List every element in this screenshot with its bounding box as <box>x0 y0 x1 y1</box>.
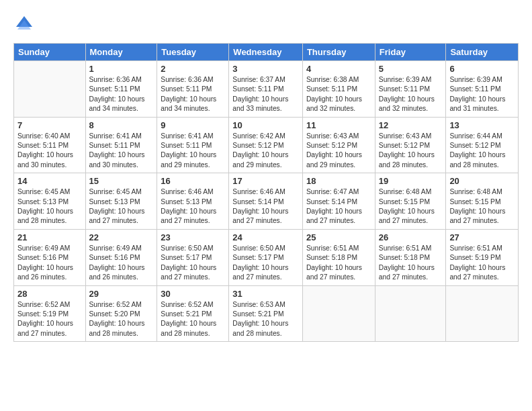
day-number: 19 <box>379 176 443 186</box>
calendar-cell: 26Sunrise: 6:51 AM Sunset: 5:18 PM Dayli… <box>375 229 446 285</box>
day-number: 21 <box>17 232 82 242</box>
calendar-day-header: Tuesday <box>157 44 229 61</box>
calendar-cell: 31Sunrise: 6:53 AM Sunset: 5:21 PM Dayli… <box>229 285 303 342</box>
calendar-week-row: 28Sunrise: 6:52 AM Sunset: 5:19 PM Dayli… <box>14 285 519 342</box>
calendar-cell: 24Sunrise: 6:50 AM Sunset: 5:17 PM Dayli… <box>229 229 303 285</box>
day-number: 12 <box>379 120 443 130</box>
day-number: 20 <box>449 176 515 186</box>
calendar-week-row: 21Sunrise: 6:49 AM Sunset: 5:16 PM Dayli… <box>14 229 519 285</box>
day-number: 30 <box>161 289 225 299</box>
calendar-cell: 22Sunrise: 6:49 AM Sunset: 5:16 PM Dayli… <box>85 229 157 285</box>
day-number: 31 <box>232 289 299 299</box>
page-container: SundayMondayTuesdayWednesdayThursdayFrid… <box>0 0 532 349</box>
day-info: Sunrise: 6:50 AM Sunset: 5:17 PM Dayligh… <box>161 244 225 283</box>
calendar-day-header: Friday <box>375 44 446 61</box>
calendar-cell: 30Sunrise: 6:52 AM Sunset: 5:21 PM Dayli… <box>157 285 229 342</box>
calendar-cell: 20Sunrise: 6:48 AM Sunset: 5:15 PM Dayli… <box>446 173 519 230</box>
calendar-cell: 10Sunrise: 6:42 AM Sunset: 5:12 PM Dayli… <box>229 117 303 173</box>
calendar-cell <box>375 285 446 342</box>
calendar-day-header: Thursday <box>302 44 375 61</box>
calendar-cell: 2Sunrise: 6:36 AM Sunset: 5:11 PM Daylig… <box>157 61 229 118</box>
day-number: 2 <box>161 64 225 74</box>
day-info: Sunrise: 6:51 AM Sunset: 5:18 PM Dayligh… <box>306 244 371 283</box>
calendar-cell: 8Sunrise: 6:41 AM Sunset: 5:11 PM Daylig… <box>85 117 157 173</box>
day-info: Sunrise: 6:53 AM Sunset: 5:21 PM Dayligh… <box>232 300 299 339</box>
day-number: 6 <box>449 64 515 74</box>
calendar-cell: 15Sunrise: 6:45 AM Sunset: 5:13 PM Dayli… <box>85 173 157 230</box>
day-info: Sunrise: 6:52 AM Sunset: 5:20 PM Dayligh… <box>89 300 154 339</box>
calendar-cell: 25Sunrise: 6:51 AM Sunset: 5:18 PM Dayli… <box>302 229 375 285</box>
calendar-day-header: Saturday <box>446 44 519 61</box>
day-info: Sunrise: 6:51 AM Sunset: 5:19 PM Dayligh… <box>449 244 515 283</box>
calendar-cell: 29Sunrise: 6:52 AM Sunset: 5:20 PM Dayli… <box>85 285 157 342</box>
day-info: Sunrise: 6:43 AM Sunset: 5:12 PM Dayligh… <box>306 132 371 171</box>
day-info: Sunrise: 6:42 AM Sunset: 5:12 PM Dayligh… <box>232 132 299 171</box>
day-number: 9 <box>161 120 225 130</box>
calendar-cell: 18Sunrise: 6:47 AM Sunset: 5:14 PM Dayli… <box>302 173 375 230</box>
calendar-cell: 21Sunrise: 6:49 AM Sunset: 5:16 PM Dayli… <box>14 229 86 285</box>
calendar-cell: 23Sunrise: 6:50 AM Sunset: 5:17 PM Dayli… <box>157 229 229 285</box>
day-number: 13 <box>449 120 515 130</box>
calendar-cell: 16Sunrise: 6:46 AM Sunset: 5:13 PM Dayli… <box>157 173 229 230</box>
day-info: Sunrise: 6:39 AM Sunset: 5:11 PM Dayligh… <box>449 75 515 114</box>
calendar-cell <box>302 285 375 342</box>
day-info: Sunrise: 6:48 AM Sunset: 5:15 PM Dayligh… <box>449 187 515 226</box>
day-number: 14 <box>17 176 82 186</box>
calendar-table: SundayMondayTuesdayWednesdayThursdayFrid… <box>13 43 519 342</box>
calendar-cell <box>14 61 86 118</box>
day-number: 10 <box>232 120 299 130</box>
day-number: 11 <box>306 120 371 130</box>
day-number: 25 <box>306 232 371 242</box>
calendar-cell <box>446 285 519 342</box>
calendar-cell: 12Sunrise: 6:43 AM Sunset: 5:12 PM Dayli… <box>375 117 446 173</box>
day-info: Sunrise: 6:37 AM Sunset: 5:11 PM Dayligh… <box>232 75 299 114</box>
logo <box>13 13 38 38</box>
calendar-cell: 13Sunrise: 6:44 AM Sunset: 5:12 PM Dayli… <box>446 117 519 173</box>
day-number: 3 <box>232 64 299 74</box>
calendar-cell: 3Sunrise: 6:37 AM Sunset: 5:11 PM Daylig… <box>229 61 303 118</box>
day-info: Sunrise: 6:48 AM Sunset: 5:15 PM Dayligh… <box>379 187 443 226</box>
day-number: 22 <box>89 232 154 242</box>
day-number: 8 <box>89 120 154 130</box>
calendar-cell: 9Sunrise: 6:41 AM Sunset: 5:11 PM Daylig… <box>157 117 229 173</box>
day-info: Sunrise: 6:46 AM Sunset: 5:14 PM Dayligh… <box>232 187 299 226</box>
day-info: Sunrise: 6:47 AM Sunset: 5:14 PM Dayligh… <box>306 187 371 226</box>
calendar-cell: 11Sunrise: 6:43 AM Sunset: 5:12 PM Dayli… <box>302 117 375 173</box>
day-number: 17 <box>232 176 299 186</box>
day-info: Sunrise: 6:39 AM Sunset: 5:11 PM Dayligh… <box>379 75 443 114</box>
day-info: Sunrise: 6:49 AM Sunset: 5:16 PM Dayligh… <box>89 244 154 283</box>
calendar-cell: 6Sunrise: 6:39 AM Sunset: 5:11 PM Daylig… <box>446 61 519 118</box>
day-info: Sunrise: 6:45 AM Sunset: 5:13 PM Dayligh… <box>17 187 82 226</box>
day-info: Sunrise: 6:40 AM Sunset: 5:11 PM Dayligh… <box>17 132 82 171</box>
calendar-week-row: 14Sunrise: 6:45 AM Sunset: 5:13 PM Dayli… <box>14 173 519 230</box>
day-info: Sunrise: 6:36 AM Sunset: 5:11 PM Dayligh… <box>161 75 225 114</box>
calendar-cell: 28Sunrise: 6:52 AM Sunset: 5:19 PM Dayli… <box>14 285 86 342</box>
calendar-cell: 4Sunrise: 6:38 AM Sunset: 5:11 PM Daylig… <box>302 61 375 118</box>
day-number: 26 <box>379 232 443 242</box>
day-number: 23 <box>161 232 225 242</box>
calendar-cell: 19Sunrise: 6:48 AM Sunset: 5:15 PM Dayli… <box>375 173 446 230</box>
day-number: 4 <box>306 64 371 74</box>
calendar-day-header: Sunday <box>14 44 86 61</box>
day-number: 15 <box>89 176 154 186</box>
calendar-cell: 1Sunrise: 6:36 AM Sunset: 5:11 PM Daylig… <box>85 61 157 118</box>
day-info: Sunrise: 6:52 AM Sunset: 5:19 PM Dayligh… <box>17 300 82 339</box>
calendar-day-header: Monday <box>85 44 157 61</box>
day-number: 29 <box>89 289 154 299</box>
calendar-cell: 5Sunrise: 6:39 AM Sunset: 5:11 PM Daylig… <box>375 61 446 118</box>
day-info: Sunrise: 6:41 AM Sunset: 5:11 PM Dayligh… <box>89 132 154 171</box>
calendar-cell: 17Sunrise: 6:46 AM Sunset: 5:14 PM Dayli… <box>229 173 303 230</box>
day-number: 18 <box>306 176 371 186</box>
day-info: Sunrise: 6:52 AM Sunset: 5:21 PM Dayligh… <box>161 300 225 339</box>
calendar-cell: 7Sunrise: 6:40 AM Sunset: 5:11 PM Daylig… <box>14 117 86 173</box>
day-info: Sunrise: 6:45 AM Sunset: 5:13 PM Dayligh… <box>89 187 154 226</box>
day-info: Sunrise: 6:51 AM Sunset: 5:18 PM Dayligh… <box>379 244 443 283</box>
logo-icon <box>13 13 35 38</box>
day-info: Sunrise: 6:50 AM Sunset: 5:17 PM Dayligh… <box>232 244 299 283</box>
calendar-header-row: SundayMondayTuesdayWednesdayThursdayFrid… <box>14 44 519 61</box>
day-number: 28 <box>17 289 82 299</box>
day-info: Sunrise: 6:44 AM Sunset: 5:12 PM Dayligh… <box>449 132 515 171</box>
day-info: Sunrise: 6:49 AM Sunset: 5:16 PM Dayligh… <box>17 244 82 283</box>
calendar-day-header: Wednesday <box>229 44 303 61</box>
header <box>13 11 519 38</box>
